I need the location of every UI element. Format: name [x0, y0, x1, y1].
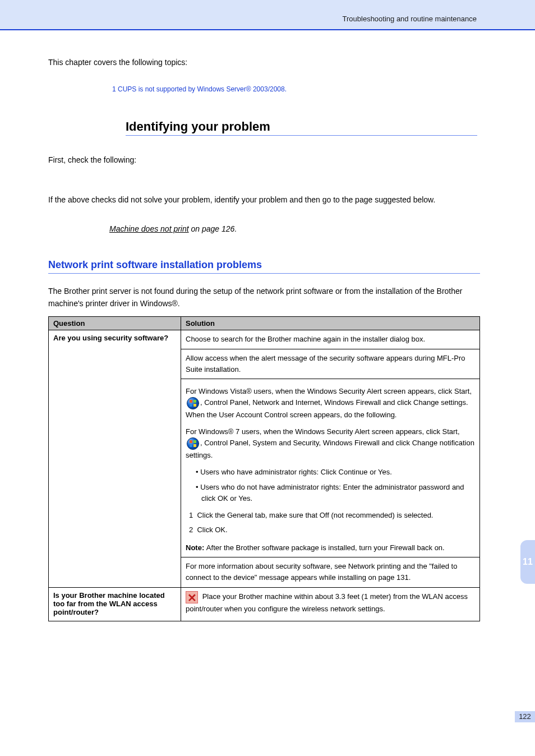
- vista-line-1: For Windows Vista® users, when the Windo…: [186, 387, 472, 395]
- question-title: Is your Brother machine located too far …: [53, 591, 176, 616]
- error-x-icon: ✕: [186, 591, 198, 603]
- section-body: First, check the following: If the above…: [48, 154, 480, 235]
- solution-cell: Choose to search for the Brother machine…: [181, 330, 480, 349]
- section-line2: If the above checks did not solve your p…: [48, 193, 480, 206]
- vista-line-1b: Control Panel, Network and Internet, Win…: [186, 398, 468, 419]
- subsection-intro: The Brother print server is not found du…: [48, 285, 480, 310]
- table-head-question: Question: [49, 317, 181, 330]
- table-head-solution: Solution: [181, 317, 480, 330]
- side-tab: 11: [520, 540, 535, 584]
- solution-cell: For Windows Vista® users, when the Windo…: [181, 379, 480, 557]
- solution-cell: ✕ Place your Brother machine within abou…: [181, 587, 480, 621]
- solution-cell: Allow access when the alert message of t…: [181, 349, 480, 379]
- solution-text: Place your Brother machine within about …: [186, 592, 468, 613]
- question-cell: Is your Brother machine located too far …: [49, 587, 181, 621]
- note-text: After the Brother software package is in…: [206, 543, 445, 552]
- section-line1: First, check the following:: [48, 154, 480, 167]
- xref-underline: Machine does not print: [109, 224, 189, 233]
- bullet-item: • Users who do not have administrator ri…: [196, 482, 475, 504]
- step-item: 2 Click OK.: [189, 524, 475, 536]
- intro-paragraph: This chapter covers the following topics…: [48, 56, 480, 68]
- solution-text: For more information about security soft…: [186, 561, 475, 583]
- page-content: This chapter covers the following topics…: [48, 56, 480, 621]
- section-xref: Machine does not print on page 126.: [109, 223, 480, 236]
- xref-suffix: on page 126.: [189, 224, 237, 233]
- windows-orb-icon: [187, 437, 199, 450]
- question-cell: Are you using security software?: [49, 330, 181, 587]
- section-title: Identifying your problem: [126, 119, 477, 136]
- page-number: 122: [515, 711, 535, 722]
- win7-line-1b: Control Panel, System and Security, Wind…: [186, 439, 474, 460]
- intro-block: This chapter covers the following topics…: [48, 56, 480, 94]
- step-item: 1 Click the General tab, make sure that …: [189, 510, 475, 521]
- solution-cell: For more information about security soft…: [181, 557, 480, 587]
- table-row: Are you using security software? Choose …: [49, 330, 480, 349]
- bullet-item: • Users who have administrator rights: C…: [196, 467, 475, 478]
- win7-line-1: For Windows® 7 users, when the Windows S…: [186, 427, 460, 436]
- diagnostic-table: Question Solution Are you using security…: [48, 316, 480, 621]
- solution-text: Allow access when the alert message of t…: [186, 353, 475, 375]
- subsection-title: Network print software installation prob…: [48, 259, 480, 274]
- question-title: Are you using security software?: [53, 334, 176, 342]
- footnote-text: 1 CUPS is not supported by Windows Serve…: [112, 85, 287, 93]
- solution-text: Choose to search for the Brother machine…: [186, 334, 475, 345]
- page-header-text: Troubleshooting and routine maintenance: [343, 15, 477, 23]
- windows-orb-icon: [187, 397, 199, 409]
- table-row: Is your Brother machine located too far …: [49, 587, 480, 621]
